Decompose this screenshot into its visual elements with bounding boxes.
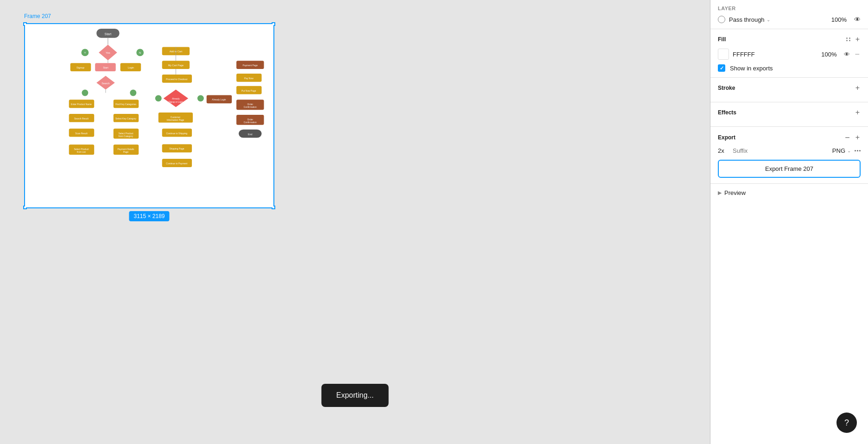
svg-text:Information Page: Information Page [167,119,184,121]
svg-text:N: N [139,51,141,54]
svg-text:Signup: Signup [76,66,84,69]
export-section-title: Export [718,134,735,141]
export-scale-value: 2x [718,147,729,154]
fill-row: FFFFFF 100% 👁 − [718,49,861,60]
svg-text:Select Product: Select Product [118,132,133,135]
add-fill-button[interactable]: + [855,35,861,44]
effects-section: Effects + [710,102,868,127]
right-panel: Layer Pass through ⌄ 100% 👁 Fill + FFFFF… [710,0,868,444]
svg-text:My Cart Page: My Cart Page [168,64,184,67]
svg-text:Scan Result: Scan Result [75,132,88,135]
format-chevron-icon: ⌄ [847,148,851,153]
svg-text:Select Product: Select Product [74,148,89,150]
remove-export-button[interactable]: − [844,132,851,143]
show-in-exports-checkbox[interactable] [718,64,725,72]
svg-text:Search Result: Search Result [74,118,89,120]
svg-text:Customer: Customer [171,116,181,119]
dimension-badge: 3115 × 2189 [129,211,169,221]
fill-section-title: Fill [718,36,726,43]
svg-text:Already: Already [172,98,180,100]
fill-section: Fill + FFFFFF 100% 👁 − Show in exports [710,29,868,78]
fill-header: Fill + [718,35,861,44]
stroke-section: Stroke + [710,78,868,102]
export-section: Export − + 2x PNG ⌄ Export Frame 207 [710,127,868,184]
svg-text:Select Key Category: Select Key Category [115,118,137,120]
color-swatch[interactable] [718,49,729,60]
blend-mode-label: Pass through [729,16,765,23]
effects-header: Effects + [718,108,861,117]
svg-point-38 [197,95,204,101]
svg-text:Continue to Payment: Continue to Payment [166,163,188,165]
layer-section-title: Layer [718,6,861,11]
blend-mode-icon [718,16,725,23]
add-stroke-button[interactable]: + [855,83,861,93]
export-header: Export − + [718,132,861,143]
svg-text:Put Now Page: Put Now Page [241,90,256,92]
show-in-exports-label: Show in exports [730,65,773,72]
stroke-section-title: Stroke [718,85,735,91]
svg-text:Continue to Shipping: Continue to Shipping [166,132,187,135]
svg-text:Page: Page [123,151,129,153]
svg-text:Order: Order [247,103,253,106]
help-button[interactable]: ? [836,413,857,433]
help-icon: ? [844,418,849,428]
svg-text:Order: Order [247,119,253,121]
svg-text:Confirmation: Confirmation [244,121,257,124]
svg-text:Start: Start [105,32,112,36]
export-frame-button[interactable]: Export Frame 207 [718,160,861,178]
add-effect-button[interactable]: + [855,108,861,117]
svg-point-20 [82,90,88,96]
exporting-toast: Exporting... [322,384,389,407]
layer-row: Pass through ⌄ 100% 👁 [718,16,861,23]
svg-text:Confirmation: Confirmation [244,106,257,108]
svg-text:from List: from List [77,151,86,153]
effects-section-title: Effects [718,109,736,116]
svg-text:Find Key Categories: Find Key Categories [115,103,136,106]
svg-text:Y: Y [84,51,86,54]
svg-rect-0 [25,24,273,207]
opacity-value: 100% [828,16,847,23]
svg-text:Already Login: Already Login [212,99,226,101]
export-format-select[interactable]: PNG ⌄ [832,147,851,154]
stroke-header: Stroke + [718,83,861,93]
fill-visibility-icon[interactable]: 👁 [844,51,850,58]
export-settings-row: 2x PNG ⌄ [718,147,861,154]
fill-opacity-value: 100% [821,51,836,58]
flowchart-preview: Start Yes Y N Signup St [25,24,273,207]
export-suffix-input[interactable] [733,147,829,154]
remove-fill-button[interactable]: − [854,49,861,59]
blend-mode-button[interactable]: Pass through ⌄ [729,16,770,23]
preview-label: Preview [724,189,746,196]
svg-point-37 [155,95,162,101]
frame-container[interactable]: Start Yes Y N Signup St [24,23,274,208]
svg-point-21 [130,90,136,96]
visibility-eye-icon[interactable]: 👁 [854,16,861,23]
export-more-options-button[interactable] [855,150,861,151]
preview-toggle-row[interactable]: ▶ Preview [718,189,861,196]
svg-text:from Category: from Category [119,135,133,138]
svg-text:Search: Search [101,82,109,85]
canvas-area: Frame 207 Start Yes [0,0,710,444]
svg-text:Enter Product Name: Enter Product Name [71,103,92,106]
svg-text:Shipping Page: Shipping Page [169,148,184,150]
svg-text:Yes: Yes [106,51,110,54]
frame-label: Frame 207 [24,13,51,19]
preview-chevron-icon: ▶ [718,190,722,196]
show-in-exports-row: Show in exports [718,64,861,72]
blend-chevron-icon: ⌄ [767,17,770,22]
svg-text:Pay Now: Pay Now [244,77,253,80]
svg-text:Payment Details: Payment Details [118,148,134,150]
svg-text:Payment Page: Payment Page [243,64,258,67]
svg-text:Login: Login [128,66,134,69]
layer-section: Layer Pass through ⌄ 100% 👁 [710,0,868,29]
svg-text:Proceed to Checkout: Proceed to Checkout [166,78,188,81]
svg-text:Signup or Login: Signup or Login [169,101,184,103]
svg-text:Start: Start [103,66,108,69]
grid-dots-icon [846,38,851,41]
export-format-value: PNG [832,147,845,154]
preview-section: ▶ Preview [710,184,868,202]
add-export-button[interactable]: + [855,133,861,142]
svg-text:End: End [248,133,253,136]
color-hex-value: FFFFFF [733,51,817,58]
